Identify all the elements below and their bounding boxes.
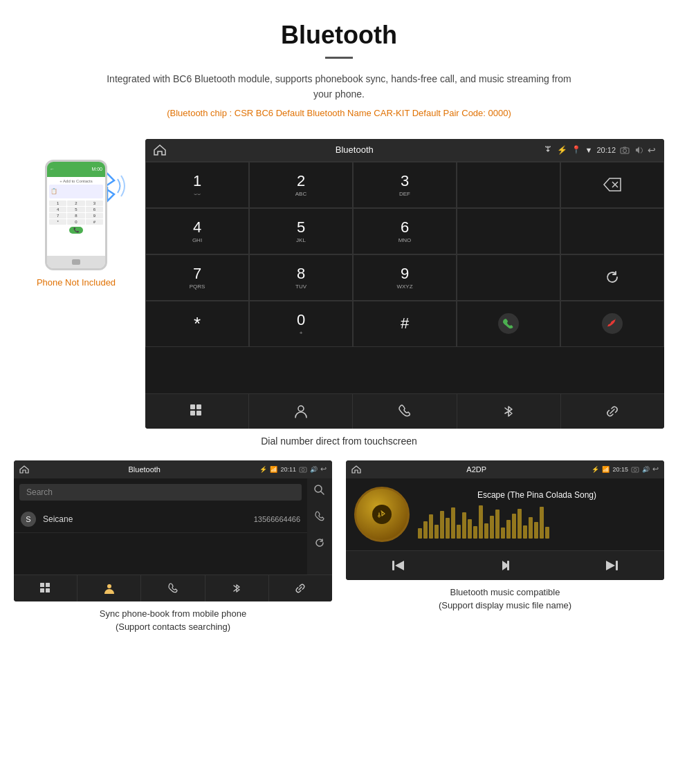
- call-icon: [497, 312, 520, 335]
- dial-key-5[interactable]: 5 JKL: [249, 208, 353, 254]
- home-icon: [154, 144, 166, 156]
- music-status-left: [351, 465, 361, 474]
- pb-sidebar-refresh-icon[interactable]: [313, 536, 326, 552]
- music-prev-button[interactable]: [346, 558, 452, 573]
- camera-icon: [620, 146, 630, 154]
- svg-point-18: [634, 468, 636, 471]
- phonebook-status-bar: Bluetooth ⚡ 📶 20:11 🔊 ↩: [14, 460, 332, 478]
- phone-not-included-label: Phone Not Included: [14, 277, 138, 288]
- pb-grid-button[interactable]: [14, 575, 77, 601]
- phonebook-search-bar[interactable]: Search: [19, 484, 302, 501]
- dial-key-0[interactable]: 0 +: [249, 301, 353, 347]
- phonebook-content: Search S Seicane 13566664466: [14, 478, 332, 575]
- pb-status-right: ⚡ 📶 20:11 🔊 ↩: [259, 465, 327, 474]
- svg-rect-9: [300, 467, 306, 472]
- music-album-art: [354, 487, 410, 542]
- pb-contacts-button[interactable]: [77, 575, 141, 601]
- music-screen: A2DP ⚡ 📶 20:15 🔊 ↩: [346, 460, 664, 580]
- dial-key-9[interactable]: 9 WXYZ: [353, 254, 457, 301]
- play-pause-icon: [497, 558, 513, 573]
- dial-backspace-button[interactable]: [560, 162, 664, 208]
- dial-key-8[interactable]: 8 TUV: [249, 254, 353, 301]
- svg-point-2: [498, 313, 519, 334]
- music-next-button[interactable]: [558, 558, 664, 573]
- main-screen-caption: Dial number direct from touchscreen: [0, 436, 678, 447]
- dial-key-hash[interactable]: #: [353, 301, 457, 347]
- pb-phone-bottom-icon: [167, 582, 179, 595]
- music-signal-icon: 📶: [602, 466, 610, 473]
- phonebook-screen: Bluetooth ⚡ 📶 20:11 🔊 ↩: [14, 460, 332, 601]
- phone-key: 3: [86, 200, 103, 206]
- usb-icon: [543, 145, 553, 155]
- pb-camera-icon: [299, 466, 307, 473]
- phone-key: 2: [67, 200, 84, 206]
- dial-key-star[interactable]: *: [145, 301, 249, 347]
- pb-home-icon: [19, 465, 29, 474]
- viz-bar: [484, 523, 488, 539]
- dial-key-6[interactable]: 6 MNO: [353, 208, 457, 254]
- svg-rect-6: [190, 411, 195, 416]
- phone-key: #: [86, 219, 103, 225]
- pb-signal-icon: 📶: [270, 466, 277, 473]
- svg-rect-13: [46, 583, 50, 587]
- viz-bar: [512, 514, 516, 539]
- music-play-pause-button[interactable]: [452, 558, 558, 573]
- dialpad-bottom-bar: [145, 393, 664, 429]
- dial-call-button[interactable]: [457, 301, 560, 347]
- svg-point-16: [107, 584, 111, 588]
- bottom-contacts-button[interactable]: [249, 394, 353, 429]
- phone-container: ← M:00 + Add to Contacts 📋 1 2 3 4 5 6: [14, 139, 138, 288]
- viz-bar: [446, 518, 450, 539]
- link-icon: [605, 404, 620, 419]
- contact-row[interactable]: S Seicane 13566664466: [14, 506, 307, 533]
- bottom-link-button[interactable]: [561, 394, 664, 429]
- phone-key: 4: [49, 207, 66, 212]
- phone-key: 7: [49, 213, 66, 218]
- phonebook-section: Bluetooth ⚡ 📶 20:11 🔊 ↩: [14, 460, 332, 634]
- music-right-panel: Escape (The Pina Colada Song): [418, 490, 656, 539]
- dial-refresh-button[interactable]: [560, 254, 664, 301]
- pb-sidebar-phone-icon[interactable]: [313, 510, 326, 525]
- svg-point-8: [298, 406, 304, 411]
- dial-empty-3: [457, 254, 560, 301]
- viz-bar: [540, 507, 544, 539]
- status-left: [154, 144, 166, 156]
- dial-key-1[interactable]: 1 ⌣⌣: [145, 162, 249, 208]
- pb-link-bottom-button[interactable]: [269, 575, 332, 601]
- dial-key-4[interactable]: 4 GHI: [145, 208, 249, 254]
- viz-bar: [434, 525, 439, 539]
- viz-bar: [423, 521, 428, 539]
- page-description: Integrated with BC6 Bluetooth module, su…: [97, 71, 581, 102]
- dial-key-7[interactable]: 7 PQRS: [145, 254, 249, 301]
- pb-phone-bottom-button[interactable]: [141, 575, 205, 601]
- main-content: ← M:00 + Add to Contacts 📋 1 2 3 4 5 6: [0, 139, 678, 429]
- phone-screen: + Add to Contacts 📋 1 2 3 4 5 6 7 8 9: [47, 177, 105, 256]
- contact-avatar: S: [21, 512, 36, 527]
- phone-key: 6: [86, 207, 103, 212]
- svg-rect-5: [196, 404, 201, 409]
- bottom-grid-button[interactable]: [145, 394, 249, 429]
- dial-display-area: [457, 162, 560, 208]
- viz-bar: [451, 507, 455, 539]
- dial-key-2[interactable]: 2 ABC: [249, 162, 353, 208]
- dial-key-3[interactable]: 3 DEF: [353, 162, 457, 208]
- svg-rect-15: [46, 588, 50, 592]
- phone-key: *: [49, 219, 66, 225]
- viz-bar: [457, 525, 461, 539]
- bottom-phone-button[interactable]: [353, 394, 457, 429]
- music-caption: Bluetooth music compatible (Support disp…: [439, 586, 571, 613]
- bottom-bluetooth-button[interactable]: [457, 394, 561, 429]
- pb-status-left: [19, 465, 29, 474]
- car-screen-dialpad: Bluetooth ⚡ 📍 ▼ 20:12: [145, 139, 664, 429]
- main-dialpad-screen: Bluetooth ⚡ 📍 ▼ 20:12: [145, 139, 664, 429]
- phone-dialpad: 1 2 3 4 5 6 7 8 9 * 0 #: [49, 200, 103, 225]
- pb-volume-icon: 🔊: [310, 466, 318, 473]
- phonebook-bottom-bar: [14, 575, 332, 601]
- phonebook-caption: Sync phone-book from mobile phone (Suppo…: [100, 607, 246, 634]
- dial-end-call-button[interactable]: [560, 301, 664, 347]
- pb-sidebar-search-icon[interactable]: [313, 484, 326, 499]
- viz-bar: [473, 526, 477, 539]
- pb-bluetooth-bottom-button[interactable]: [205, 575, 269, 601]
- grid-icon: [190, 404, 205, 419]
- svg-rect-20: [392, 561, 394, 570]
